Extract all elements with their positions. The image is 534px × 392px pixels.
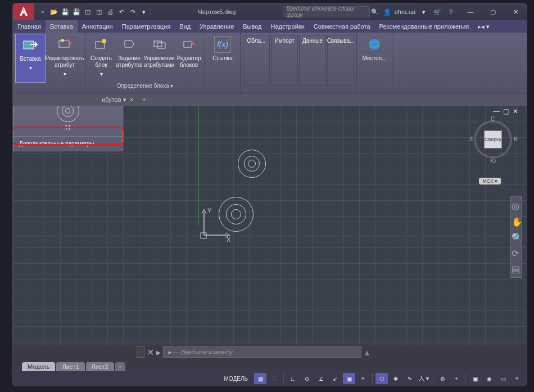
pan-icon[interactable]: ✋ xyxy=(512,217,521,226)
scale-list-icon[interactable]: 人 ▾ xyxy=(418,373,430,384)
hardware-accel-icon[interactable]: ◉ xyxy=(483,373,495,384)
orbit-icon[interactable]: ⟳ xyxy=(512,248,521,257)
layout-tab-model[interactable]: Модель xyxy=(22,362,55,371)
lineweight-icon[interactable]: ≡ xyxy=(357,373,369,384)
svg-point-8 xyxy=(369,39,380,50)
search-icon[interactable]: 🔍 xyxy=(370,7,380,17)
arrow-icon[interactable]: ▸ xyxy=(156,347,161,358)
xref-button[interactable]: f(x) Ссылка xyxy=(207,34,238,83)
viewport-close-icon[interactable]: ✕ xyxy=(511,107,520,115)
save-icon[interactable]: 💾 xyxy=(60,7,70,17)
tab-addins[interactable]: Надстройки xyxy=(266,20,309,33)
viewcube-east[interactable]: В xyxy=(514,136,518,142)
file-tab-fragment[interactable]: ибутов ▾ × xyxy=(97,93,138,106)
tab-overflow-icon[interactable]: ▸◂ ▾ xyxy=(473,20,494,33)
viewcube[interactable]: Сверху С Ю В З xyxy=(470,117,515,162)
import-button[interactable]: Импорт xyxy=(271,35,298,85)
showmotion-icon[interactable]: ▤ xyxy=(512,264,521,273)
annotation-scale-icon[interactable]: ⬡ xyxy=(375,373,388,384)
redo-icon[interactable]: ↷ xyxy=(128,7,138,17)
open-icon[interactable]: 📂 xyxy=(49,7,59,17)
tab-manage[interactable]: Управление xyxy=(195,20,238,33)
zoom-icon[interactable]: 🔍 xyxy=(512,232,521,241)
more-options-item[interactable]: Дополнительные параметры... xyxy=(13,136,122,151)
close-tab-icon[interactable]: × xyxy=(130,96,133,103)
tab-featured-apps[interactable]: Рекомендованные приложения xyxy=(375,20,474,33)
user-name[interactable]: ohra.ua xyxy=(395,8,415,15)
app-menu-button[interactable] xyxy=(13,3,34,20)
tab-insert[interactable]: Вставка xyxy=(46,20,78,33)
viewcube-south[interactable]: Ю xyxy=(490,158,496,164)
viewcube-face-top[interactable]: Сверху xyxy=(484,130,502,148)
tab-annotate[interactable]: Аннотации xyxy=(78,20,117,33)
maximize-button[interactable]: ▢ xyxy=(482,3,504,20)
osnap-2d-icon[interactable]: ▣ xyxy=(343,373,355,384)
tab-collaborate[interactable]: Совместная работа xyxy=(309,20,375,33)
layout-tab-add[interactable]: + xyxy=(115,362,125,371)
steering-wheel-icon[interactable]: ◎ xyxy=(512,201,521,210)
layout-tab-sheet2[interactable]: Лист2 xyxy=(86,362,114,371)
polar-icon[interactable]: ⊙ xyxy=(301,373,313,384)
location-button[interactable]: Местоп... xyxy=(359,34,390,83)
block-editor-button[interactable]: Редактор блоков xyxy=(175,34,202,83)
wcs-selector[interactable]: МСК ▾ xyxy=(479,178,501,184)
cloud-open-icon[interactable]: ◫ xyxy=(83,7,93,17)
undo-icon[interactable]: ↶ xyxy=(116,7,126,17)
annotation-visibility-icon[interactable]: ✱ xyxy=(390,373,402,384)
ortho-icon[interactable]: ∟ xyxy=(287,373,299,384)
isodraft-icon[interactable]: ∠ xyxy=(315,373,327,384)
cmdline-drag-handle[interactable] xyxy=(137,346,144,358)
workspace-switch-icon[interactable]: ⚙ xyxy=(436,373,449,384)
viewcube-north[interactable]: С xyxy=(491,116,495,122)
infocenter-search[interactable]: Введите ключевое слово/фразу xyxy=(283,6,370,17)
exchange-icon[interactable]: 🛒 xyxy=(432,7,442,17)
isolate-objects-icon[interactable]: ▣ xyxy=(469,373,481,384)
grid-toggle-icon[interactable]: ▦ xyxy=(254,373,266,384)
group-label-block-def[interactable]: Определение блока ▾ xyxy=(88,83,202,92)
space-toggle[interactable]: МОДЕЛЬ xyxy=(220,375,252,383)
viewcube-west[interactable]: З xyxy=(469,136,473,142)
layout-tab-sheet1[interactable]: Лист1 xyxy=(56,362,84,371)
tab-output[interactable]: Вывод xyxy=(238,20,266,33)
viewport-max-icon[interactable]: ▢ xyxy=(501,107,510,115)
qat-dropdown-icon[interactable]: ▾ xyxy=(139,7,149,17)
saveas-icon[interactable]: 💾 xyxy=(71,7,82,17)
manage-attrs-button[interactable]: Управление атрибутами xyxy=(144,34,174,83)
viewport-min-icon[interactable]: — xyxy=(492,107,501,115)
insert-icon xyxy=(22,37,39,53)
customize-icon[interactable]: ≡ xyxy=(511,373,523,384)
data-button[interactable]: Данные xyxy=(299,35,326,85)
osnap-tracking-icon[interactable]: ↙ xyxy=(329,373,341,384)
autoscale-icon[interactable]: ✎ xyxy=(404,373,416,384)
snap-toggle-icon[interactable]: ⸬ xyxy=(268,373,280,384)
edit-attribute-button[interactable]: Редактировать атрибут ▾ xyxy=(47,34,83,83)
new-icon[interactable]: ▫ xyxy=(38,7,48,17)
link-button[interactable]: Связыва... xyxy=(327,35,354,85)
user-dropdown-icon[interactable]: ▾ xyxy=(419,7,429,17)
cloud-save-icon[interactable]: ◫ xyxy=(94,7,104,17)
minimize-button[interactable]: — xyxy=(459,3,482,20)
create-block-label: Создать блок xyxy=(88,55,115,69)
close-cmdline-icon[interactable]: ✕ xyxy=(147,347,154,358)
close-button[interactable]: ✕ xyxy=(504,3,527,20)
set-attrs-button[interactable]: Задание атрибутов xyxy=(116,34,143,83)
create-block-button[interactable]: Создать блок ▾ xyxy=(88,34,115,83)
cloud-button[interactable]: Обла... xyxy=(243,35,270,85)
annotation-monitor-icon[interactable]: + xyxy=(450,373,463,384)
commandline-input[interactable]: ▸— Введите команду xyxy=(163,346,361,358)
signin-icon[interactable]: 👤 xyxy=(383,8,391,16)
help-icon[interactable]: ? xyxy=(446,7,456,17)
tab-home[interactable]: Главная xyxy=(13,20,46,33)
drawing-canvas[interactable]: Y X 11 Дополнительные параметры... — ▢ ✕ xyxy=(13,106,527,345)
set-attrs-label: Задание атрибутов xyxy=(116,55,143,69)
block-instance-2[interactable] xyxy=(219,197,254,232)
insert-button[interactable]: Вставка ▾ xyxy=(15,34,46,83)
plot-icon[interactable]: 🖨 xyxy=(105,7,115,17)
new-tab-button[interactable]: + xyxy=(138,93,150,106)
block-instance-1[interactable] xyxy=(238,150,266,178)
tab-parametric[interactable]: Параметризация xyxy=(117,20,175,33)
block-preview-item[interactable]: 11 xyxy=(13,106,122,136)
cmdline-recent-icon[interactable]: ▴ xyxy=(365,347,369,358)
tab-view[interactable]: Вид xyxy=(175,20,195,33)
cleanscreen-icon[interactable]: ▭ xyxy=(497,373,509,384)
